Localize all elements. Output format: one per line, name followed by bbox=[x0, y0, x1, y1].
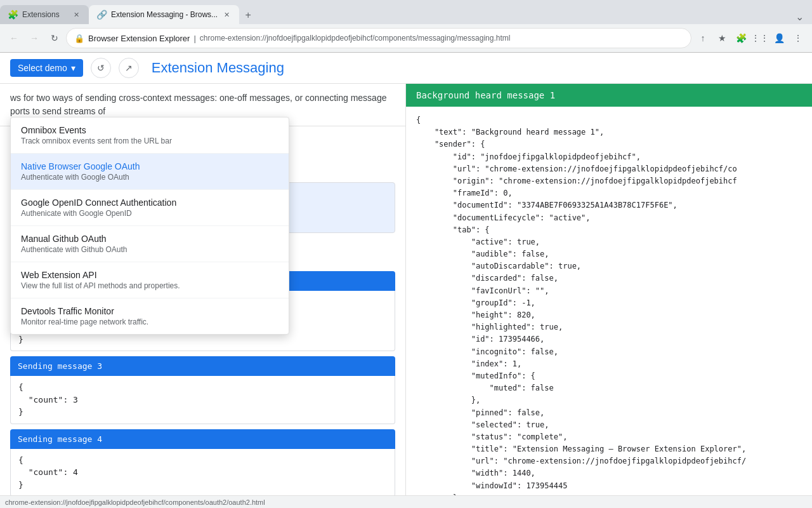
dropdown-menu: Omnibox Events Track omnibox events sent… bbox=[10, 117, 289, 335]
dropdown-item-manual-github-title: Manual Github OAuth bbox=[21, 234, 278, 244]
dropdown-item-manual-github[interactable]: Manual Github OAuth Authenticate with Gi… bbox=[11, 226, 289, 262]
desc-partial: ws for two ways of sending cross-context… bbox=[10, 93, 386, 116]
message-body-3: { "count": 3 } bbox=[10, 376, 395, 424]
forward-button[interactable]: → bbox=[25, 29, 43, 47]
dropdown-item-google-openid-desc: Authenicate with Google OpenID bbox=[21, 209, 278, 218]
message-body-4: { "count": 4 } bbox=[10, 449, 395, 497]
extensions-tab-close[interactable]: ✕ bbox=[71, 10, 81, 20]
extensions-tab-favicon: 🧩 bbox=[8, 10, 18, 20]
dropdown-item-devtools-title: Devtools Traffic Monitor bbox=[21, 306, 278, 316]
messaging-tab-favicon: 🔗 bbox=[96, 10, 107, 20]
ext-toolbar: Select demo ▾ ↺ ↗ Extension Messaging bbox=[0, 53, 812, 84]
message-header-3: Sending message 3 bbox=[10, 356, 395, 376]
dropdown-item-native-oauth-title: Native Browser Google OAuth bbox=[21, 161, 278, 171]
dropdown-item-omnibox-title: Omnibox Events bbox=[21, 125, 278, 135]
right-panel: Background heard message 1 { "text": "Ba… bbox=[406, 84, 812, 508]
bookmark-icon[interactable]: ★ bbox=[713, 29, 731, 47]
dropdown-item-omnibox[interactable]: Omnibox Events Track omnibox events sent… bbox=[11, 117, 289, 154]
toolbar-icons: ↑ ★ 🧩 ⋮⋮ 👤 ⋮ bbox=[694, 29, 807, 47]
messaging-tab-title: Extension Messaging - Brows... bbox=[111, 10, 218, 19]
address-bar: ← → ↻ 🔒 Browser Extension Explorer | chr… bbox=[0, 24, 812, 52]
tab-messaging[interactable]: 🔗 Extension Messaging - Brows... ✕ bbox=[89, 5, 239, 24]
tab-bar: 🧩 Extensions ✕ 🔗 Extension Messaging - B… bbox=[0, 0, 812, 24]
dropdown-item-web-ext-api-desc: View the full list of API methods and pr… bbox=[21, 281, 278, 290]
reset-button[interactable]: ↺ bbox=[91, 58, 111, 78]
main-layout: ws for two ways of sending cross-context… bbox=[0, 84, 812, 508]
bg-message-body: { "text": "Background heard message 1", … bbox=[406, 107, 812, 508]
refresh-button[interactable]: ↻ bbox=[46, 29, 63, 47]
menu-icon[interactable]: ⋮ bbox=[789, 29, 807, 47]
profile-icon[interactable]: 👤 bbox=[770, 29, 788, 47]
dropdown-arrow-icon: ▾ bbox=[71, 63, 75, 73]
dropdown-item-google-openid[interactable]: Google OpenID Connect Authentication Aut… bbox=[11, 190, 289, 226]
message-block-4: Sending message 4 { "count": 4 } bbox=[10, 429, 395, 497]
dropdown-item-native-oauth-desc: Authenticate with Google OAuth bbox=[21, 173, 278, 182]
bg-message-header: Background heard message 1 bbox=[406, 84, 812, 107]
dropdown-item-devtools-desc: Monitor real-time page network traffic. bbox=[21, 318, 278, 326]
extensions-tab-title: Extensions bbox=[22, 10, 67, 19]
select-demo-button[interactable]: Select demo ▾ bbox=[10, 59, 83, 77]
address-path: chrome-extension://jnofdoejfipgalklopidp… bbox=[200, 34, 511, 43]
dropdown-item-omnibox-desc: Track omnibox events sent from the URL b… bbox=[21, 137, 278, 145]
status-bar: chrome-extension://jnofdoejfipgalklopidp… bbox=[0, 495, 812, 508]
extensions-icon[interactable]: 🧩 bbox=[732, 29, 750, 47]
address-field[interactable]: 🔒 Browser Extension Explorer | chrome-ex… bbox=[66, 28, 691, 48]
page-title: Extension Messaging bbox=[152, 60, 284, 76]
external-link-button[interactable]: ↗ bbox=[119, 58, 139, 78]
select-demo-label: Select demo bbox=[18, 63, 67, 73]
dropdown-item-devtools[interactable]: Devtools Traffic Monitor Monitor real-ti… bbox=[11, 298, 289, 334]
new-tab-button[interactable]: + bbox=[239, 6, 257, 24]
dropdown-item-google-openid-title: Google OpenID Connect Authentication bbox=[21, 197, 278, 208]
address-separator: | bbox=[193, 34, 195, 43]
dropdown-item-native-oauth[interactable]: Native Browser Google OAuth Authenticate… bbox=[11, 154, 289, 190]
dropdown-item-web-ext-api[interactable]: Web Extension API View the full list of … bbox=[11, 262, 289, 298]
address-domain: Browser Extension Explorer bbox=[88, 34, 190, 43]
back-button[interactable]: ← bbox=[5, 29, 23, 47]
tab-extensions[interactable]: 🧩 Extensions ✕ bbox=[0, 5, 89, 24]
page-content: Select demo ▾ ↺ ↗ Extension Messaging ws… bbox=[0, 53, 812, 508]
media-router-icon[interactable]: ⋮⋮ bbox=[751, 29, 769, 47]
messaging-tab-close[interactable]: ✕ bbox=[221, 10, 232, 20]
tab-strip-menu[interactable]: ⌄ bbox=[792, 9, 807, 24]
lock-icon: 🔒 bbox=[74, 34, 84, 43]
message-header-4: Sending message 4 bbox=[10, 429, 395, 449]
dropdown-item-web-ext-api-title: Web Extension API bbox=[21, 270, 278, 280]
share-icon[interactable]: ↑ bbox=[694, 29, 712, 47]
message-block-3: Sending message 3 { "count": 3 } bbox=[10, 356, 395, 424]
status-url: chrome-extension://jnofdoejfipgalklopidp… bbox=[5, 498, 265, 506]
dropdown-item-manual-github-desc: Authenticate with Github OAuth bbox=[21, 245, 278, 254]
browser-chrome: 🧩 Extensions ✕ 🔗 Extension Messaging - B… bbox=[0, 0, 812, 53]
